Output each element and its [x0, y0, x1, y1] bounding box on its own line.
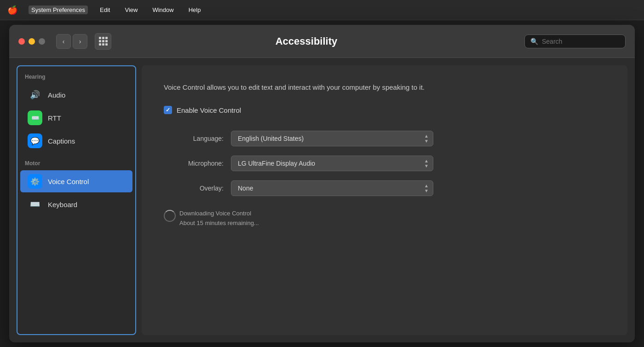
main-window: ‹ › Accessibility 🔍 Hearing 🔊 Audio: [9, 25, 635, 342]
language-select-wrapper: English (United States) English (UK) Fre…: [231, 131, 433, 146]
main-panel: Voice Control allows you to edit text an…: [142, 65, 627, 335]
sidebar-section-hearing: Hearing: [17, 66, 135, 83]
overlay-select[interactable]: None Numbers Grid Numbers and Grid: [231, 180, 433, 196]
sidebar-section-motor: Motor: [17, 153, 135, 169]
overlay-select-wrapper: None Numbers Grid Numbers and Grid ▲ ▼: [231, 180, 433, 196]
microphone-label: Microphone:: [164, 160, 224, 167]
forward-button[interactable]: ›: [73, 34, 87, 49]
description-text: Voice Control allows you to edit text an…: [164, 82, 477, 93]
enable-voice-control-label: Enable Voice Control: [177, 106, 241, 114]
menu-bar: 🍎 System Preferences Edit View Window He…: [0, 0, 644, 20]
overlay-label: Overlay:: [164, 185, 224, 192]
traffic-lights: [18, 38, 45, 45]
microphone-select-wrapper: LG UltraFine Display Audio Internal Micr…: [231, 156, 433, 171]
close-button[interactable]: [18, 38, 25, 45]
search-input[interactable]: [542, 38, 620, 45]
language-row: Language: English (United States) Englis…: [164, 131, 605, 146]
fullscreen-button[interactable]: [39, 38, 45, 45]
microphone-row: Microphone: LG UltraFine Display Audio I…: [164, 156, 605, 171]
voice-control-icon: ⚙️: [28, 174, 42, 189]
sidebar: Hearing 🔊 Audio ⌨️ RTT 💬 Captions Motor …: [17, 65, 136, 335]
sidebar-label-keyboard: Keyboard: [48, 201, 77, 208]
sidebar-item-captions[interactable]: 💬 Captions: [20, 130, 132, 152]
enable-voice-control-row: Enable Voice Control: [164, 106, 605, 114]
audio-icon: 🔊: [28, 87, 42, 102]
enable-voice-control-checkbox[interactable]: [164, 106, 172, 114]
download-line1: Downloading Voice Control: [179, 209, 259, 219]
download-status: Downloading Voice Control About 15 minut…: [164, 209, 605, 228]
search-icon: 🔍: [530, 38, 538, 45]
rtt-icon: ⌨️: [28, 110, 42, 125]
captions-icon: 💬: [28, 133, 42, 148]
overlay-row: Overlay: None Numbers Grid Numbers and G…: [164, 180, 605, 196]
nav-buttons: ‹ ›: [56, 34, 87, 49]
sidebar-item-keyboard[interactable]: ⌨️ Keyboard: [20, 193, 132, 215]
sidebar-label-rtt: RTT: [48, 114, 61, 122]
menu-window[interactable]: Window: [150, 6, 176, 14]
sidebar-label-audio: Audio: [48, 91, 65, 99]
download-spinner: [164, 210, 174, 220]
sidebar-label-voice-control: Voice Control: [48, 178, 89, 185]
menu-help[interactable]: Help: [186, 6, 204, 14]
menu-edit[interactable]: Edit: [97, 6, 113, 14]
download-text: Downloading Voice Control About 15 minut…: [179, 209, 259, 228]
menu-view[interactable]: View: [122, 6, 140, 14]
sidebar-label-captions: Captions: [48, 137, 75, 145]
microphone-select[interactable]: LG UltraFine Display Audio Internal Micr…: [231, 156, 433, 171]
menu-system-preferences[interactable]: System Preferences: [29, 6, 88, 14]
minimize-button[interactable]: [29, 38, 35, 45]
keyboard-icon: ⌨️: [28, 197, 42, 212]
window-title: Accessibility: [96, 35, 517, 47]
sidebar-item-audio[interactable]: 🔊 Audio: [20, 84, 132, 106]
sidebar-item-rtt[interactable]: ⌨️ RTT: [20, 107, 132, 129]
content-area: Hearing 🔊 Audio ⌨️ RTT 💬 Captions Motor …: [9, 58, 635, 342]
sidebar-item-voice-control[interactable]: ⚙️ Voice Control: [20, 170, 132, 192]
apple-menu[interactable]: 🍎: [7, 5, 17, 15]
language-select[interactable]: English (United States) English (UK) Fre…: [231, 131, 433, 146]
titlebar: ‹ › Accessibility 🔍: [9, 25, 635, 58]
download-line2: About 15 minutes remaining...: [179, 219, 259, 228]
language-label: Language:: [164, 135, 224, 142]
back-button[interactable]: ‹: [56, 34, 71, 49]
search-container: 🔍: [524, 35, 626, 48]
